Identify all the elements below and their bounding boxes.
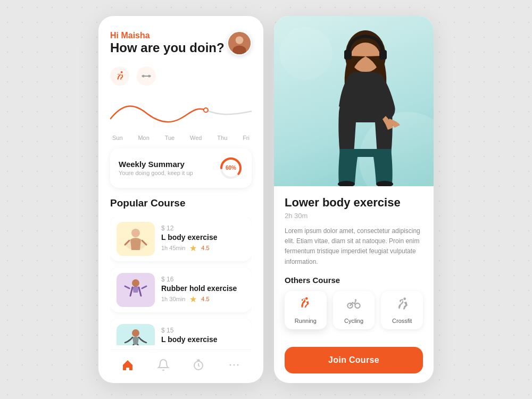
star-icon-1: ★: [189, 243, 197, 253]
day-wed: Wed: [190, 135, 202, 141]
course-thumb-3: [117, 324, 155, 345]
run-icon-circle[interactable]: [110, 66, 129, 86]
hero-image: [274, 16, 434, 186]
cycling-icon: [346, 296, 361, 314]
course-card-2[interactable]: $ 16 Rubber hold exercise 1h 30min ★ 4.5: [110, 268, 252, 312]
svg-point-35: [355, 303, 360, 308]
svg-point-36: [355, 299, 357, 301]
day-labels: Sun Mon Tue Wed Thu Fri: [110, 135, 252, 141]
svg-point-3: [121, 71, 123, 73]
weekly-summary-card: Weekly Summary Youre doing good, keep it…: [110, 148, 252, 188]
svg-point-24: [229, 364, 231, 366]
cycling-label: Cycling: [344, 318, 363, 324]
course-thumb-2: [117, 273, 155, 307]
weekly-summary-text: Weekly Summary Youre doing good, keep it…: [119, 160, 193, 176]
svg-rect-29: [344, 50, 352, 60]
progress-circle: 60%: [219, 156, 243, 180]
day-fri: Fri: [243, 135, 250, 141]
activity-chart: [110, 90, 252, 132]
nav-notifications[interactable]: [151, 356, 176, 373]
crossfit-icon: [395, 296, 410, 314]
course-card-3[interactable]: $ 15 L body exercise 2h 30min ★ 4.5: [110, 319, 252, 345]
svg-point-33: [305, 297, 308, 300]
join-course-button[interactable]: Join Course: [285, 347, 423, 373]
avatar[interactable]: [227, 31, 252, 55]
course-name-2: Rubber hold exercise: [161, 284, 245, 293]
greeting-question: How are you doin?: [110, 40, 225, 56]
weekly-subtitle: Youre doing good, keep it up: [119, 170, 193, 176]
nav-timer[interactable]: [186, 356, 211, 373]
course-duration-main: 2h 30m: [285, 212, 423, 220]
right-content: Lower body exercise 2h 30m Lorem ipsum d…: [274, 186, 434, 383]
course-info-1: $ 12 L body exercise 1h 45min ★ 4.5: [161, 225, 245, 253]
course-name-1: L body exercise: [161, 233, 245, 242]
dumbbell-icon-circle[interactable]: [137, 66, 156, 86]
svg-point-2: [232, 46, 246, 55]
crossfit-label: Crossfit: [392, 318, 412, 324]
svg-rect-8: [148, 74, 149, 77]
greeting-block: Hi Maisha How are you doin?: [110, 31, 225, 56]
course-duration-1: 1h 45min: [161, 245, 185, 251]
right-panel: Lower body exercise 2h 30m Lorem ipsum d…: [274, 16, 434, 383]
others-grid: Running Cycling: [285, 291, 423, 329]
activity-icons-row: [110, 66, 252, 86]
course-info-3: $ 15 L body exercise 2h 30min ★ 4.5: [161, 327, 245, 345]
other-item-crossfit[interactable]: Crossfit: [381, 291, 423, 329]
running-icon: [298, 296, 313, 314]
svg-rect-30: [379, 50, 387, 60]
left-panel: Hi Maisha How are you doin?: [98, 16, 263, 383]
other-item-running[interactable]: Running: [285, 291, 327, 329]
svg-point-17: [132, 279, 139, 287]
svg-line-21: [130, 345, 134, 345]
course-duration-2: 1h 30min: [161, 296, 185, 302]
star-icon-2: ★: [189, 294, 197, 304]
course-rating-1: 4.5: [201, 245, 209, 251]
svg-point-14: [131, 229, 140, 237]
svg-point-10: [204, 109, 207, 112]
course-meta-1: 1h 45min ★ 4.5: [161, 243, 245, 253]
day-mon: Mon: [138, 135, 149, 141]
svg-rect-6: [149, 75, 151, 77]
course-title-main: Lower body exercise: [285, 196, 423, 210]
running-label: Running: [295, 318, 317, 324]
course-list: $ 12 L body exercise 1h 45min ★ 4.5: [110, 217, 252, 345]
course-rating-2: 4.5: [201, 296, 209, 302]
day-sun: Sun: [112, 135, 123, 141]
app-container: Hi Maisha How are you doin?: [98, 16, 434, 383]
svg-point-20: [132, 329, 139, 337]
weekly-title: Weekly Summary: [119, 160, 193, 169]
svg-point-25: [233, 364, 235, 366]
svg-line-18: [125, 286, 129, 288]
header-row: Hi Maisha How are you doin?: [110, 31, 252, 56]
greeting-hi: Hi Maisha: [110, 31, 225, 40]
svg-point-37: [403, 297, 406, 300]
progress-label: 60%: [219, 156, 243, 180]
course-info-2: $ 16 Rubber hold exercise 1h 30min ★ 4.5: [161, 276, 245, 304]
svg-rect-7: [143, 74, 144, 77]
svg-rect-5: [142, 75, 144, 77]
course-price-3: $ 15: [161, 327, 245, 334]
course-name-3: L body exercise: [161, 335, 245, 344]
course-meta-2: 1h 30min ★ 4.5: [161, 294, 245, 304]
svg-line-22: [138, 345, 141, 345]
hero-figure: [307, 27, 424, 186]
day-tue: Tue: [165, 135, 175, 141]
course-price-1: $ 12: [161, 225, 245, 232]
svg-point-26: [237, 364, 238, 366]
bottom-nav: [110, 350, 252, 383]
nav-more[interactable]: [221, 356, 247, 373]
svg-line-19: [142, 286, 146, 288]
course-thumb-1: [117, 222, 155, 256]
svg-point-1: [236, 36, 244, 44]
course-price-2: $ 16: [161, 276, 245, 283]
others-title: Others Course: [285, 276, 423, 285]
course-description: Lorem ipsum dolor amet, consectetur adip…: [285, 226, 423, 267]
other-item-cycling[interactable]: Cycling: [333, 291, 375, 329]
course-card-1[interactable]: $ 12 L body exercise 1h 45min ★ 4.5: [110, 217, 252, 261]
popular-course-title: Popular Course: [110, 197, 252, 209]
day-thu: Thu: [217, 135, 227, 141]
nav-home[interactable]: [115, 356, 140, 373]
